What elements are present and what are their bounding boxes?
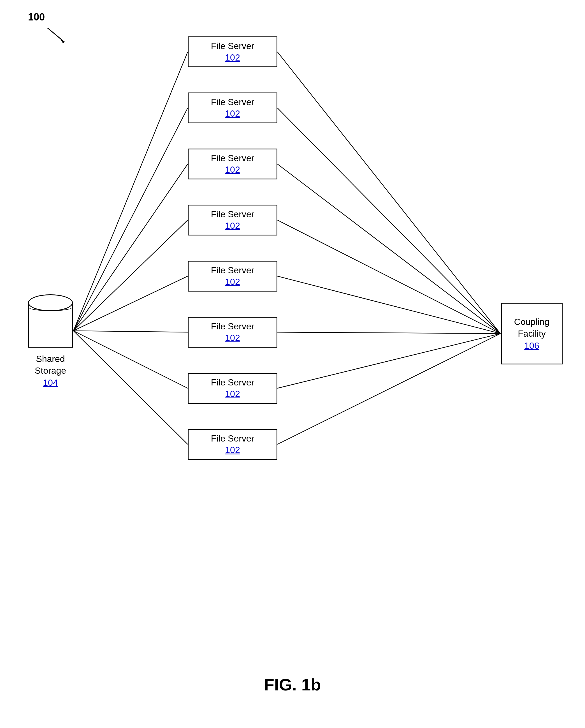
file-server-8-title: File Server [211, 433, 255, 444]
svg-line-3 [73, 108, 188, 331]
svg-line-16 [277, 334, 500, 388]
file-server-5: File Server 102 [188, 261, 277, 291]
shared-storage-ref: 104 [43, 378, 58, 388]
figure-caption: FIG. 1b [0, 675, 585, 694]
svg-line-5 [73, 220, 188, 331]
svg-line-13 [277, 220, 500, 334]
file-server-3-title: File Server [211, 153, 255, 163]
file-server-1-title: File Server [211, 41, 255, 51]
svg-line-9 [73, 331, 188, 444]
file-server-8-ref: 102 [225, 445, 240, 455]
file-server-4: File Server 102 [188, 205, 277, 235]
file-server-4-title: File Server [211, 209, 255, 219]
file-server-2-ref: 102 [225, 108, 240, 119]
file-server-1-ref: 102 [225, 52, 240, 63]
file-server-2: File Server 102 [188, 93, 277, 123]
file-server-6-ref: 102 [225, 333, 240, 343]
svg-line-12 [277, 164, 500, 334]
file-server-2-title: File Server [211, 97, 255, 107]
file-server-1: File Server 102 [188, 36, 277, 67]
svg-line-14 [277, 276, 500, 334]
shared-storage-label: SharedStorage [35, 353, 66, 376]
file-server-7-ref: 102 [225, 389, 240, 399]
svg-marker-1 [60, 39, 64, 44]
svg-line-15 [277, 332, 500, 334]
file-server-7-title: File Server [211, 377, 255, 388]
connections-svg [0, 0, 585, 728]
file-server-8: File Server 102 [188, 429, 277, 460]
svg-line-10 [277, 52, 500, 334]
coupling-facility-ref: 106 [524, 341, 539, 351]
file-server-5-title: File Server [211, 265, 255, 276]
cylinder-icon [28, 294, 73, 350]
file-server-7: File Server 102 [188, 373, 277, 404]
svg-line-4 [73, 164, 188, 331]
svg-line-17 [277, 334, 500, 444]
svg-line-8 [73, 331, 188, 388]
file-server-4-ref: 102 [225, 220, 240, 231]
file-server-6-title: File Server [211, 321, 255, 332]
svg-line-7 [73, 331, 188, 332]
svg-line-2 [73, 52, 188, 331]
file-server-6: File Server 102 [188, 317, 277, 347]
file-server-3: File Server 102 [188, 149, 277, 179]
svg-line-11 [277, 108, 500, 334]
svg-line-6 [73, 276, 188, 331]
ref-100-label: 100 [28, 11, 45, 23]
file-server-3-ref: 102 [225, 164, 240, 175]
coupling-facility: CouplingFacility 106 [501, 303, 563, 364]
shared-storage: SharedStorage 104 [28, 294, 73, 388]
coupling-facility-title: CouplingFacility [514, 316, 550, 339]
svg-line-0 [48, 28, 64, 42]
file-server-5-ref: 102 [225, 277, 240, 287]
